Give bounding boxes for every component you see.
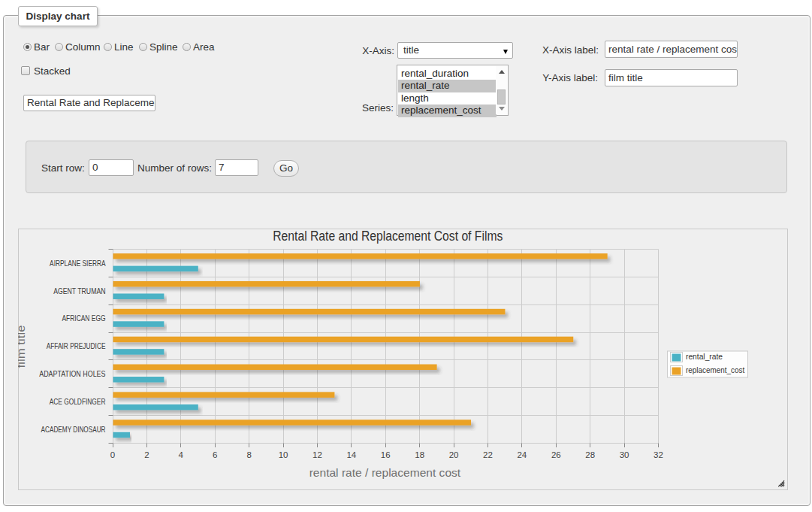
svg-text:28: 28 <box>585 450 595 459</box>
svg-text:film title: film title <box>18 326 27 368</box>
svg-text:replacement_cost: replacement_cost <box>686 365 744 374</box>
svg-text:14: 14 <box>346 450 356 459</box>
svg-text:26: 26 <box>551 450 561 459</box>
svg-text:10: 10 <box>279 450 288 459</box>
svg-text:rental rate / replacement cost: rental rate / replacement cost <box>309 466 461 479</box>
svg-text:rental_rate: rental_rate <box>686 352 723 361</box>
svg-text:0: 0 <box>110 450 115 459</box>
svg-text:24: 24 <box>517 450 527 459</box>
svg-text:2: 2 <box>144 450 149 459</box>
svg-text:32: 32 <box>654 450 663 459</box>
svg-text:ACADEMY DINOSAUR: ACADEMY DINOSAUR <box>41 425 106 434</box>
svg-text:16: 16 <box>381 450 391 459</box>
svg-text:18: 18 <box>415 450 424 459</box>
svg-text:30: 30 <box>620 450 629 459</box>
svg-text:8: 8 <box>246 450 251 459</box>
svg-text:6: 6 <box>213 450 217 459</box>
svg-text:AIRPLANE SIERRA: AIRPLANE SIERRA <box>50 259 105 268</box>
svg-text:AFFAIR PREJUDICE: AFFAIR PREJUDICE <box>47 341 106 350</box>
svg-text:Rental Rate and Replacement Co: Rental Rate and Replacement Cost of Film… <box>273 229 503 244</box>
svg-text:ADAPTATION HOLES: ADAPTATION HOLES <box>39 369 105 378</box>
svg-text:ACE GOLDFINGER: ACE GOLDFINGER <box>50 397 106 406</box>
svg-text:22: 22 <box>483 450 493 459</box>
svg-text:20: 20 <box>449 450 459 459</box>
svg-text:AFRICAN EGG: AFRICAN EGG <box>62 314 106 323</box>
svg-text:12: 12 <box>312 450 322 459</box>
svg-text:AGENT TRUMAN: AGENT TRUMAN <box>53 286 105 295</box>
svg-text:4: 4 <box>179 450 184 459</box>
